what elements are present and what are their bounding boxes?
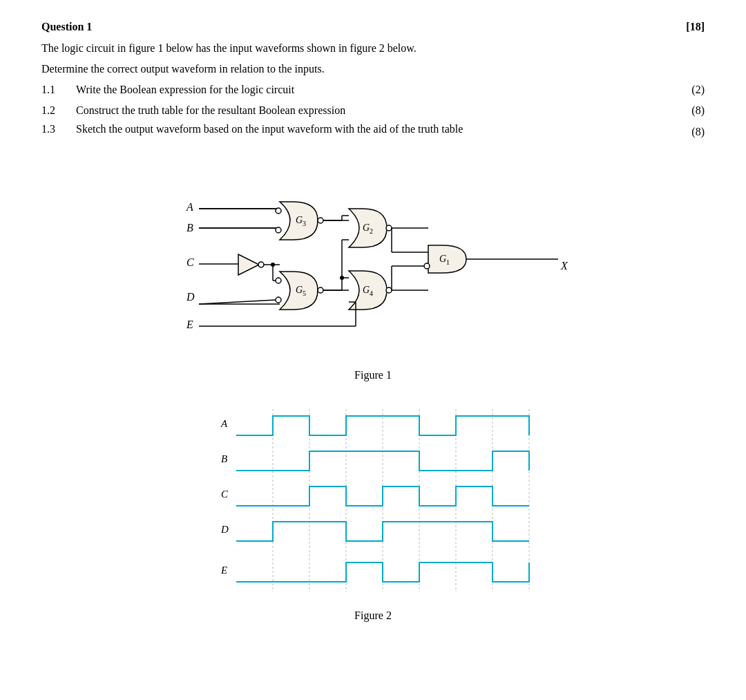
- G3-bubble-A: [276, 208, 281, 214]
- G5-bubble-C: [276, 278, 281, 283]
- G4-subscript: 4: [370, 290, 373, 297]
- G2-subscript: 2: [370, 227, 373, 235]
- input-C-label: C: [186, 256, 194, 268]
- G5-subscript: 5: [303, 290, 306, 297]
- circuit-svg: A B C D E X: [166, 159, 580, 359]
- input-B-label: B: [186, 222, 193, 234]
- input-E-label: E: [186, 319, 193, 330]
- buffer-C-bubble: [258, 262, 264, 267]
- wf-label-C: C: [221, 489, 229, 500]
- waveform-svg: A B C D E: [200, 402, 546, 603]
- G4-label: G: [363, 285, 370, 295]
- G4-output-bubble: [386, 287, 392, 293]
- intro-line-1: The logic circuit in figure 1 below has …: [41, 40, 705, 57]
- G2-output-bubble: [386, 225, 392, 231]
- waveform-figure: A B C D E Figure 2: [200, 402, 546, 622]
- sub-question-1-2: 1.2 Construct the truth table for the re…: [41, 102, 705, 119]
- output-X-label: X: [560, 260, 568, 272]
- G3-subscript: 3: [303, 220, 306, 227]
- G5-output-bubble: [318, 287, 323, 293]
- question-label: Question 1: [41, 21, 92, 33]
- G5-label: G: [296, 285, 303, 295]
- wf-label-B: B: [221, 453, 227, 464]
- input-D-label: D: [186, 291, 195, 303]
- buffer-C-shape: [238, 254, 259, 275]
- figure2-label: Figure 2: [200, 609, 546, 622]
- wf-label-E: E: [220, 565, 227, 576]
- logic-circuit-figure: A B C D E X: [166, 159, 580, 381]
- G3-output-bubble: [318, 218, 323, 223]
- figure1-label: Figure 1: [166, 369, 580, 381]
- G1-input-bubble: [424, 263, 430, 269]
- G2-label: G: [363, 223, 370, 233]
- question-marks: [18]: [686, 21, 705, 33]
- sub-question-1-3: 1.3 Sketch the output waveform based on …: [41, 123, 705, 138]
- G1-label: G: [439, 254, 446, 264]
- G3-label: G: [296, 215, 303, 225]
- G3-bubble-B: [276, 227, 281, 233]
- sub-question-1-3-text: Sketch the output waveform based on the …: [76, 123, 677, 135]
- intro-line-2: Determine the correct output waveform in…: [41, 61, 705, 77]
- G1-subscript: 1: [446, 258, 450, 266]
- wf-label-A: A: [220, 418, 228, 429]
- wf-label-D: D: [220, 524, 229, 535]
- G5-bubble-D: [276, 297, 281, 303]
- junction-G5-split: [340, 276, 344, 280]
- input-A-label: A: [186, 201, 193, 213]
- sub-question-1-1: 1.1 Write the Boolean expression for the…: [41, 82, 705, 98]
- wire-D-to-G5: [199, 300, 276, 304]
